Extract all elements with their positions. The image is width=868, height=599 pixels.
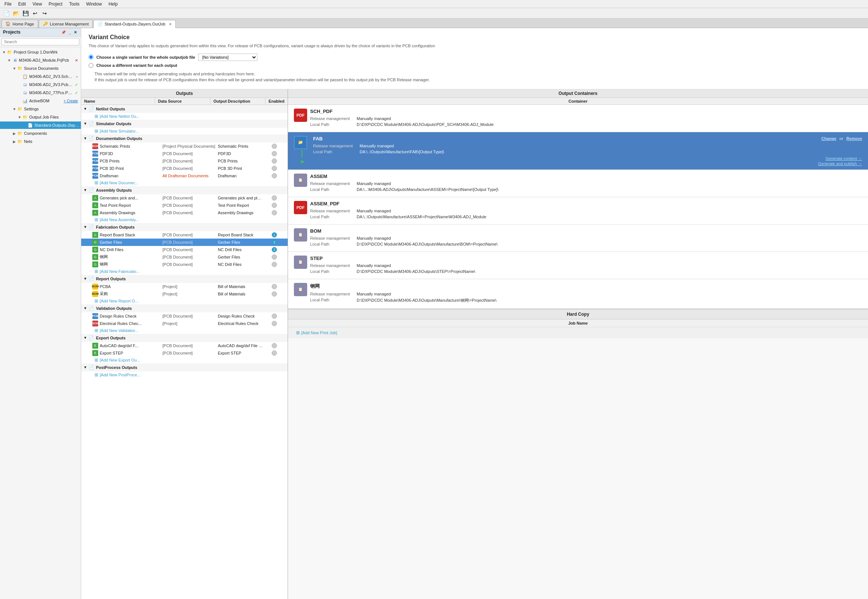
card-assem-pdf[interactable]: PDF ASSEM_PDF Release management Manuall…	[288, 197, 868, 224]
card-bom[interactable]: 📋 BOM Release management Manually manage…	[288, 224, 868, 252]
toolbar-new-btn[interactable]: 📄	[2, 9, 11, 17]
panel-pin-btn[interactable]: 📌	[60, 30, 67, 35]
output-test-point[interactable]: A Test Point Report [PCB Document] Test …	[81, 202, 288, 209]
output-export-step[interactable]: E Export STEP [PCB Document] Export STEP	[81, 349, 288, 357]
group-netlist[interactable]: ▼ 📄 Netlist Outputs	[81, 105, 288, 113]
group-validation[interactable]: ▼ 📄 Validation Outputs	[81, 304, 288, 312]
expand-components[interactable]: ▶	[12, 131, 17, 135]
tree-row-components[interactable]: ▶ 📁 Components	[0, 129, 81, 137]
tree-row-nets[interactable]: ▶ 📁 Nets	[0, 138, 81, 145]
output-caigou[interactable]: BOM 采购 [Project] Bill of Materials	[81, 290, 288, 298]
draftsman-ds: All Draftsman Documents	[162, 173, 218, 178]
tree-row-active-bom[interactable]: 📊 ActiveBOM + Create	[0, 97, 81, 104]
menu-project[interactable]: Project	[46, 1, 65, 8]
output-nc-drill[interactable]: G NC Drill Files [PCB Document] NC Drill…	[81, 246, 288, 253]
output-wangge1[interactable]: G 钢网 [PCB Document] Gerber Files	[81, 253, 288, 261]
add-validation[interactable]: ⊞ [Add New Validatior...	[81, 327, 288, 334]
tree-row-main-project[interactable]: ▼ 🖥 M3406-ADJ_Module.PrjPcb ✕	[0, 57, 81, 64]
drc-name: Design Rules Check	[100, 314, 162, 318]
group-assembly[interactable]: ▼ 📄 Assembly Outputs	[81, 186, 288, 194]
add-netlist[interactable]: ⊞ [Add New Netlist Ou...	[81, 113, 288, 120]
documentation-label: Documentation Outputs	[96, 136, 142, 141]
tree-row-output-job-files[interactable]: ▼ 📁 Output Job Files	[0, 113, 81, 121]
expand-source-docs[interactable]: ▼	[12, 66, 17, 71]
sch-icon: 📋	[22, 74, 28, 80]
output-pick-place[interactable]: A Generates pick and... [PCB Document] G…	[81, 194, 288, 202]
card-wangge[interactable]: 📋 钢网 Release management Manually managed…	[288, 279, 868, 309]
add-postprocess[interactable]: ⊞ [Add New PostProce...	[81, 372, 288, 378]
card-assem[interactable]: 📋 ASSEM Release management Manually mana…	[288, 170, 868, 197]
tree-row-pcb-doc[interactable]: 🗂 M3406-ADJ_3V3.PcbDoc ✓	[0, 81, 81, 88]
tree-row-standard-outputs[interactable]: 📄 Standard-Outputs-2layers.Ou...	[0, 122, 81, 129]
add-print-job[interactable]: ⊞ [Add New Print Job]	[294, 330, 862, 336]
toolbar-undo-btn[interactable]: ↩	[31, 9, 39, 17]
variant-select[interactable]: [No Variations]	[198, 54, 257, 61]
fab-generate-btn[interactable]: Generate content →	[826, 156, 862, 161]
expand-settings[interactable]: ▼	[12, 107, 17, 111]
group-export[interactable]: ▼ 📄 Export Outputs	[81, 334, 288, 342]
menu-edit[interactable]: Edit	[15, 1, 29, 8]
output-sch-prints[interactable]: SCH Schematic Prints [Project Physical D…	[81, 143, 288, 150]
expand-nets[interactable]: ▶	[12, 140, 17, 144]
expand-outjob-files[interactable]: ▼	[17, 115, 22, 119]
toolbar-open-btn[interactable]: 📂	[12, 9, 20, 17]
group-fabrication[interactable]: ▼ 📄 Fabrication Outputs	[81, 223, 288, 231]
expand-main-project[interactable]: ▼	[7, 58, 12, 62]
toolbar-save-btn[interactable]: 💾	[21, 9, 30, 17]
fab-remove-link[interactable]: Remove	[846, 136, 862, 141]
menu-window[interactable]: Window	[83, 1, 105, 8]
sch-pdf-icon: PDF	[294, 108, 307, 122]
menu-help[interactable]: Help	[105, 1, 121, 8]
output-report-board[interactable]: G Report Board Stack [PCB Document] Repo…	[81, 231, 288, 239]
fab-change-link[interactable]: Change	[821, 136, 836, 141]
menu-view[interactable]: View	[30, 1, 45, 8]
group-postprocess[interactable]: ▼ 📄 PostProcess Outputs	[81, 363, 288, 372]
tab-outjob[interactable]: 📄 Standard-Outputs-2layers.OutJob ✕	[93, 20, 176, 28]
add-report[interactable]: ⊞ [Add New Report O...	[81, 298, 288, 304]
card-step[interactable]: 📋 STEP Release management Manually manag…	[288, 252, 868, 279]
group-documentation[interactable]: ▼ 📄 Documentation Outputs	[81, 134, 288, 143]
tab-outjob-close[interactable]: ✕	[169, 22, 172, 26]
tree-row-pcs-doc[interactable]: 🗂 M3406-ADJ_77Pcs.PcbDoc ✓	[0, 89, 81, 96]
panel-min-btn[interactable]: _	[68, 30, 72, 35]
add-simulator[interactable]: ⊞ [Add New Simulator...	[81, 128, 288, 134]
tab-home[interactable]: 🏠 Home Page	[2, 20, 38, 28]
tree-item-standard-outputs: 📄 Standard-Outputs-2layers.Ou...	[0, 121, 81, 129]
tree-row-settings[interactable]: ▼ 📁 Settings	[0, 105, 81, 113]
add-fabrication[interactable]: ⊞ [Add New Fabricatio...	[81, 268, 288, 275]
tree-row-sch-doc[interactable]: 📋 M3406-ADJ_3V3.SchDoc ○	[0, 73, 81, 80]
badge-bom[interactable]: + Create	[62, 99, 80, 103]
group-simulator[interactable]: ▼ 📄 Simulator Outputs	[81, 120, 288, 128]
step-with-icon: 📋 STEP Release management Manually manag…	[294, 256, 862, 275]
add-documentation[interactable]: ⊞ [Add New Documer...	[81, 179, 288, 186]
output-draftsman[interactable]: PCB Draftsman All Draftsman Documents Dr…	[81, 172, 288, 179]
menu-file[interactable]: File	[2, 1, 14, 8]
output-pdf3d[interactable]: PCB PDF3D [PCB Document] PDF3D	[81, 150, 288, 157]
tree-row-source-docs[interactable]: ▼ 📁 Source Documents	[0, 65, 81, 72]
output-pcba[interactable]: BOM PCBA [Project] Bill of Materials	[81, 283, 288, 290]
output-drc[interactable]: PCB Design Rules Check [PCB Document] De…	[81, 312, 288, 320]
assem-pdf-path-label: Local Path	[310, 215, 351, 219]
output-pcb-prints[interactable]: PCB PCB Prints [PCB Document] PCB Prints	[81, 157, 288, 165]
search-input[interactable]	[2, 38, 80, 45]
variant-radio1[interactable]	[89, 55, 93, 59]
tree-row-project-group[interactable]: ▼ 📁 Project Group 1.DsnWrk	[0, 48, 81, 56]
output-erc[interactable]: SCH Electrical Rules Chec... [Project] E…	[81, 320, 288, 327]
output-wangge2[interactable]: G 钢网 [PCB Document] NC Drill Files	[81, 261, 288, 268]
output-autocad[interactable]: E AutoCAD dwg/dxf F... [PCB Document] Au…	[81, 342, 288, 349]
add-export[interactable]: ⊞ [Add New Export Ou...	[81, 357, 288, 363]
group-report[interactable]: ▼ 📄 Report Outputs	[81, 275, 288, 283]
fab-publish-btn[interactable]: Generate and publish →	[818, 161, 862, 166]
toolbar-redo-btn[interactable]: ↪	[41, 9, 49, 17]
output-assy-drawings[interactable]: A Assembly Drawings [PCB Document] Assem…	[81, 209, 288, 217]
add-assembly[interactable]: ⊞ [Add New Assembly...	[81, 217, 288, 223]
expand-project-group[interactable]: ▼	[2, 50, 7, 54]
tab-license[interactable]: 🔑 License Management	[39, 20, 93, 28]
variant-radio2[interactable]	[89, 63, 93, 68]
output-gerber-files[interactable]: G Gerber Files [PCB Document] Gerber Fil…	[81, 239, 288, 246]
output-pcb-3d[interactable]: PCB PCB 3D Print [PCB Document] PCB 3D P…	[81, 165, 288, 172]
card-sch-pdf[interactable]: PDF SCH_PDF Release management Manually …	[288, 105, 868, 132]
card-fab[interactable]: 📁 ➤ FAB Change or Re	[288, 132, 868, 170]
panel-close-btn[interactable]: ✕	[73, 30, 78, 35]
menu-tools[interactable]: Tools	[66, 1, 82, 8]
